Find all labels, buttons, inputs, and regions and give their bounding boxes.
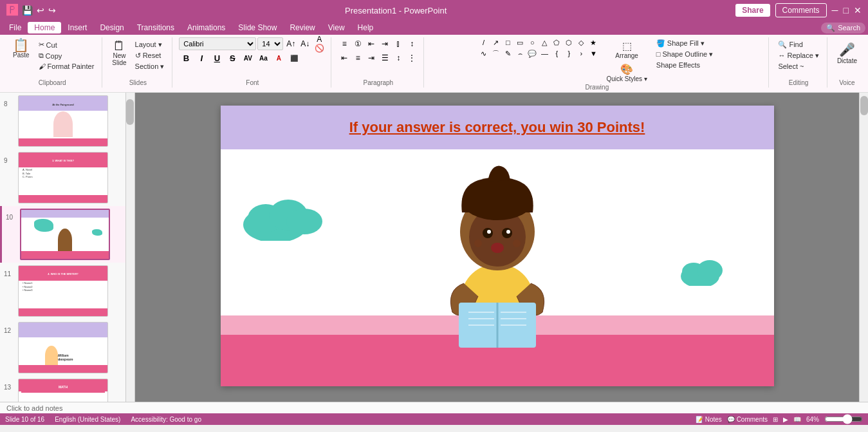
char-spacing-button[interactable]: AV	[241, 52, 255, 64]
strikethrough-button[interactable]: S	[225, 52, 239, 64]
italic-button[interactable]: I	[194, 52, 208, 64]
shape-curve[interactable]: ∿	[478, 48, 488, 59]
layout-button[interactable]: Layout ▾	[133, 40, 167, 50]
cut-button[interactable]: ✂ Cut	[36, 40, 97, 50]
numbering-button[interactable]: ①	[351, 37, 364, 50]
find-button[interactable]: 🔍 Find	[775, 40, 821, 50]
share-button[interactable]: Share	[735, 4, 770, 17]
font-increase-button[interactable]: A↑	[284, 37, 297, 50]
shape-arrow[interactable]: ↗	[490, 37, 501, 48]
line-spacing-button[interactable]: ↕	[392, 52, 405, 64]
main-scroll-thumb[interactable]	[860, 96, 868, 115]
quick-styles-button[interactable]: 🎨 Quick Styles ▾	[602, 62, 651, 84]
format-painter-button[interactable]: 🖌 Format Painter	[36, 62, 97, 71]
search-label[interactable]: Search	[838, 24, 860, 32]
bullets-button[interactable]: ≡	[338, 37, 351, 50]
menu-home[interactable]: Home	[28, 22, 61, 33]
shape-star[interactable]: ★	[588, 37, 598, 48]
quick-access-undo[interactable]: ↩	[37, 5, 44, 15]
menu-help[interactable]: Help	[351, 22, 380, 33]
arrange-button[interactable]: ⬚ Arrange	[602, 39, 651, 61]
align-right-button[interactable]: ⇥	[365, 52, 378, 64]
paste-button[interactable]: 📋 Paste	[8, 37, 35, 60]
shape-bend[interactable]: ⌒	[490, 48, 501, 59]
notes-button[interactable]: 📝 Notes	[696, 416, 722, 423]
quick-access-save[interactable]: 💾	[22, 5, 33, 15]
slide-canvas[interactable]: If your answer is correct, you win 30 Po…	[221, 106, 774, 386]
view-normal[interactable]: ⊞	[773, 416, 778, 423]
zoom-slider[interactable]	[824, 417, 863, 422]
menu-file[interactable]: File	[3, 22, 28, 33]
columns-button[interactable]: ⫿	[392, 37, 405, 50]
clear-format-button[interactable]: A🚫	[313, 37, 326, 50]
menu-view[interactable]: View	[322, 22, 351, 33]
shape-freeform[interactable]: ✎	[503, 48, 513, 59]
view-slideshow[interactable]: ▶	[783, 416, 788, 423]
shape-rounded-rect[interactable]: ▭	[515, 37, 525, 48]
shape-effects-button[interactable]: Shape Effects	[654, 61, 716, 70]
shape-fill-button[interactable]: 🪣 Shape Fill ▾	[654, 39, 716, 48]
shape-arc[interactable]: ⌢	[515, 48, 525, 59]
slide-thumbnail-11[interactable]: 11 4. WHO IS THE WRITER? • Name1• Name2•…	[0, 263, 134, 319]
slide-panel-scrollbar[interactable]	[125, 93, 134, 402]
bold-button[interactable]: B	[179, 52, 193, 64]
main-scrollbar[interactable]	[859, 93, 868, 402]
shape-connector[interactable]: —	[539, 48, 549, 59]
shape-outline-button[interactable]: □ Shape Outline ▾	[654, 50, 716, 59]
reset-button[interactable]: ↺ Reset	[133, 51, 167, 61]
highlight-button[interactable]: ⬛	[287, 52, 301, 64]
menu-review[interactable]: Review	[283, 22, 321, 33]
align-left-button[interactable]: ⇤	[338, 52, 351, 64]
shape-chevron[interactable]: ›	[576, 48, 586, 59]
align-center-button[interactable]: ≡	[351, 52, 364, 64]
view-reading[interactable]: 📖	[793, 416, 801, 423]
shape-triangle[interactable]: △	[539, 37, 549, 48]
notes-bar[interactable]: Click to add notes	[0, 402, 868, 413]
increase-indent-button[interactable]: ⇥	[378, 37, 391, 50]
menu-design[interactable]: Design	[93, 22, 130, 33]
section-button[interactable]: Section ▾	[133, 62, 167, 71]
shape-more[interactable]: ▼	[588, 48, 598, 59]
shape-diamond[interactable]: ◇	[576, 37, 586, 48]
shape-line[interactable]: /	[478, 37, 488, 48]
shape-bracket[interactable]: {	[551, 48, 562, 59]
maximize-button[interactable]: □	[844, 5, 849, 15]
paragraph-more-button[interactable]: ⋮	[405, 52, 418, 64]
shape-callout[interactable]: 💬	[527, 48, 537, 59]
font-color-button[interactable]: A	[272, 52, 286, 64]
close-button[interactable]: ✕	[854, 5, 862, 15]
shape-hexagon[interactable]: ⬡	[564, 37, 574, 48]
font-name-select[interactable]: Calibri	[179, 37, 256, 50]
dictate-button[interactable]: 🎤 Dictate	[834, 40, 860, 66]
shape-pentagon[interactable]: ⬠	[551, 37, 562, 48]
justify-button[interactable]: ☰	[378, 52, 391, 64]
menu-transitions[interactable]: Transitions	[131, 22, 181, 33]
slide-thumbnail-8[interactable]: 8 At the Fairground	[0, 93, 134, 149]
quick-access-redo[interactable]: ↪	[48, 5, 56, 15]
shape-brace[interactable]: }	[564, 48, 574, 59]
comments-button[interactable]: Comments	[775, 3, 827, 17]
font-decrease-button[interactable]: A↓	[299, 37, 311, 50]
select-button[interactable]: Select ~	[775, 62, 821, 71]
slide-thumbnail-13[interactable]: 13 MATH	[0, 376, 134, 402]
scroll-thumb[interactable]	[126, 99, 134, 125]
decrease-indent-button[interactable]: ⇤	[365, 37, 378, 50]
notes-placeholder[interactable]: Click to add notes	[6, 404, 62, 412]
slide-thumbnail-10[interactable]: 10	[0, 206, 134, 263]
comments-count[interactable]: 💬 Comments	[727, 416, 768, 423]
underline-button[interactable]: U	[210, 52, 224, 64]
new-slide-button[interactable]: 🗒 NewSlide	[109, 37, 129, 68]
minimize-button[interactable]: ─	[832, 5, 838, 15]
copy-button[interactable]: ⧉ Copy	[36, 51, 97, 61]
menu-insert[interactable]: Insert	[61, 22, 93, 33]
text-case-button[interactable]: Aa	[256, 52, 270, 64]
menu-animations[interactable]: Animations	[181, 22, 232, 33]
menu-slideshow[interactable]: Slide Show	[232, 22, 283, 33]
shape-circle[interactable]: ○	[527, 37, 537, 48]
slide-thumbnail-9[interactable]: 9 3. WHAT IS THIS? A. NovelB. TaleC. Poe…	[0, 149, 134, 206]
replace-button[interactable]: ↔ Replace ▾	[775, 51, 821, 61]
shape-rect[interactable]: □	[503, 37, 513, 48]
slide-thumbnail-12[interactable]: 12 WilliamShakespeare	[0, 319, 134, 376]
font-size-select[interactable]: 14	[257, 37, 283, 50]
text-direction-button[interactable]: ↕	[405, 37, 418, 50]
